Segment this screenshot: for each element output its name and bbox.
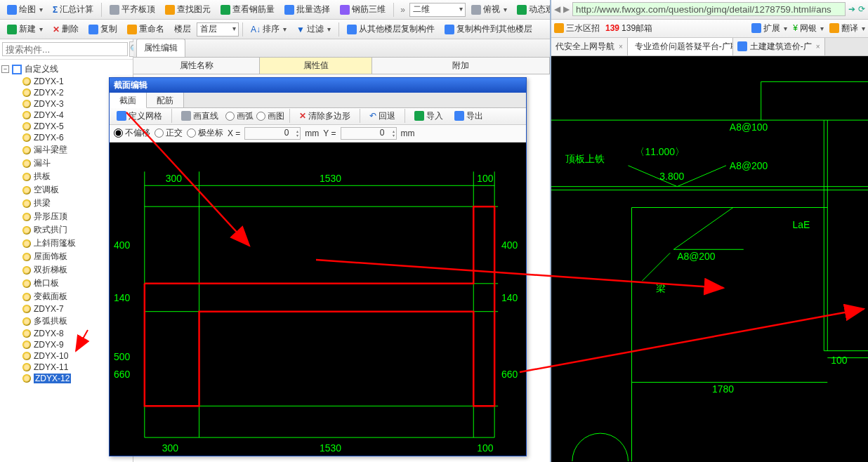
- copy-button[interactable]: 复制: [84, 21, 121, 37]
- browser-tab-2[interactable]: 专业造价问题答疑平台-广联达×: [628, 38, 733, 55]
- bullet-icon: [22, 88, 31, 97]
- bullet-icon: [22, 213, 31, 221]
- bullet-icon: [22, 226, 31, 235]
- view-mode-combo[interactable]: 二维: [409, 3, 466, 17]
- puzzle-icon: [751, 23, 761, 33]
- bookmark-2[interactable]: 139139邮箱: [605, 22, 652, 34]
- property-header: 属性名称 属性值 附加: [133, 58, 550, 74]
- delete-button[interactable]: ✕ 删除: [48, 21, 83, 37]
- rename-button[interactable]: 重命名: [123, 21, 169, 37]
- define-grid-button[interactable]: 定义网格: [112, 108, 166, 124]
- copyto-icon: [445, 25, 454, 34]
- tree-root[interactable]: − 自定义线: [1, 62, 131, 76]
- tree-item-label: 拱梁: [34, 197, 51, 209]
- dialog-titlebar[interactable]: 截面编辑: [110, 78, 526, 93]
- import-icon: [414, 111, 424, 121]
- draw-line-button[interactable]: 画直线: [177, 108, 223, 124]
- svg-text:1780: 1780: [712, 383, 734, 395]
- svg-line-34: [673, 207, 733, 249]
- polar-radio[interactable]: 极坐标: [187, 127, 223, 139]
- x-unit: mm: [305, 128, 319, 138]
- batch-icon: [284, 5, 294, 15]
- forward-icon[interactable]: ▶: [563, 4, 570, 14]
- bank-button[interactable]: ¥网银▾: [793, 22, 824, 34]
- svg-text:300: 300: [166, 173, 183, 184]
- new-button[interactable]: 新建▾: [3, 21, 47, 37]
- grid-icon: [117, 111, 126, 121]
- find-button[interactable]: 查找图元: [161, 1, 215, 18]
- batch-select-button[interactable]: 批量选择: [280, 1, 334, 18]
- svg-text:梁: 梁: [656, 282, 666, 293]
- export-icon: [454, 111, 464, 121]
- cad-viewport[interactable]: 顶板上铁 A8@100 A8@200 A8@200 〈11.000〉 3.800…: [551, 56, 868, 462]
- col-name: 属性名称: [133, 58, 260, 74]
- col-value: 属性值: [260, 58, 372, 74]
- import-button[interactable]: 导入: [410, 108, 447, 124]
- draw-image-radio[interactable]: 画图: [256, 110, 284, 122]
- tree-root-label: 自定义线: [25, 63, 58, 75]
- bullet-icon: [22, 100, 31, 108]
- search-input[interactable]: [2, 42, 128, 56]
- svg-text:660: 660: [114, 369, 131, 380]
- top-view-button[interactable]: 俯视▾: [467, 1, 511, 18]
- go-icon[interactable]: ➔: [848, 4, 855, 14]
- undo-button[interactable]: ↶回退: [365, 108, 400, 124]
- draw-button[interactable]: 绘图▾: [3, 1, 47, 18]
- clear-poly-button[interactable]: ✕清除多边形: [295, 108, 355, 124]
- tree-item-label: ZDYX-3: [34, 99, 64, 109]
- svg-text:1530: 1530: [320, 442, 341, 454]
- svg-text:400: 400: [114, 239, 131, 250]
- svg-text:660: 660: [501, 369, 518, 380]
- section-editor-dialog: 截面编辑 截面 配筋 定义网格 画直线 画弧 画图 ✕清除多边形 ↶回退 导入 …: [109, 77, 527, 456]
- y-input[interactable]: 0: [341, 127, 397, 140]
- bullet-icon: [22, 122, 31, 131]
- section-canvas[interactable]: 300 1530 100 400 140 500 660 400 140 660…: [110, 143, 526, 456]
- svg-text:〈11.000〉: 〈11.000〉: [635, 145, 685, 157]
- floor-button[interactable]: 楼层: [170, 21, 195, 37]
- browser-tab-1[interactable]: 代安全上网导航×: [551, 38, 628, 55]
- bullet-icon: [22, 293, 31, 301]
- collapse-icon[interactable]: −: [1, 65, 9, 73]
- flatten-button[interactable]: 平齐板顶: [105, 1, 159, 18]
- tree-item-label: 变截面板: [34, 291, 67, 303]
- svg-text:A8@100: A8@100: [730, 121, 768, 133]
- tree-item-label: 屋面饰板: [34, 251, 67, 263]
- x-input[interactable]: 0: [244, 127, 301, 140]
- close-icon[interactable]: ×: [619, 43, 623, 51]
- bullet-icon: [22, 341, 31, 349]
- browser-tabs: 代安全上网导航× 专业造价问题答疑平台-广联达× 土建建筑造价-广×: [551, 38, 868, 56]
- tree-item-label: ZDYX-12: [34, 374, 71, 383]
- svg-text:A8@200: A8@200: [730, 159, 768, 171]
- bullet-icon: [22, 239, 31, 248]
- line-icon: [181, 111, 191, 121]
- draw-arc-radio[interactable]: 画弧: [225, 110, 254, 122]
- copy-to-floor-button[interactable]: 复制构件到其他楼层: [440, 21, 537, 37]
- filter-button[interactable]: ▼过滤▾: [292, 21, 335, 37]
- bullet-icon: [22, 77, 31, 86]
- floor-combo[interactable]: 首层: [197, 22, 239, 37]
- svg-text:3.800: 3.800: [659, 170, 684, 181]
- close-icon[interactable]: ×: [816, 43, 820, 51]
- tab-section[interactable]: 截面: [110, 93, 147, 108]
- ortho-radio[interactable]: 正交: [154, 127, 183, 139]
- rebar-3d-button[interactable]: 钢筋三维: [336, 1, 390, 18]
- browser-tab-3[interactable]: 土建建筑造价-广×: [733, 38, 825, 55]
- svg-text:100: 100: [477, 442, 494, 454]
- copy-from-floor-button[interactable]: 从其他楼层复制构件: [343, 21, 439, 37]
- bookmark-1[interactable]: 三水区招: [554, 22, 600, 34]
- rebar-amount-button[interactable]: 查看钢筋量: [216, 1, 279, 18]
- sort-button[interactable]: A↓排序▾: [246, 21, 291, 37]
- tab-rebar[interactable]: 配筋: [147, 93, 184, 107]
- sum-button[interactable]: Σ 汇总计算: [48, 1, 98, 18]
- tab-property-edit[interactable]: 属性编辑: [136, 39, 185, 57]
- orbit-icon: [517, 5, 527, 15]
- url-input[interactable]: [572, 2, 846, 16]
- topview-icon: [471, 5, 481, 15]
- export-button[interactable]: 导出: [450, 108, 487, 124]
- no-offset-radio[interactable]: 不偏移: [114, 127, 150, 139]
- tree-item-label: ZDYX-1: [34, 77, 64, 86]
- refresh-icon[interactable]: ⟳: [858, 4, 865, 14]
- translate-button[interactable]: 翻译▾: [829, 22, 865, 34]
- ext-button[interactable]: 扩展▾: [751, 22, 787, 34]
- back-icon[interactable]: ◀: [554, 4, 560, 14]
